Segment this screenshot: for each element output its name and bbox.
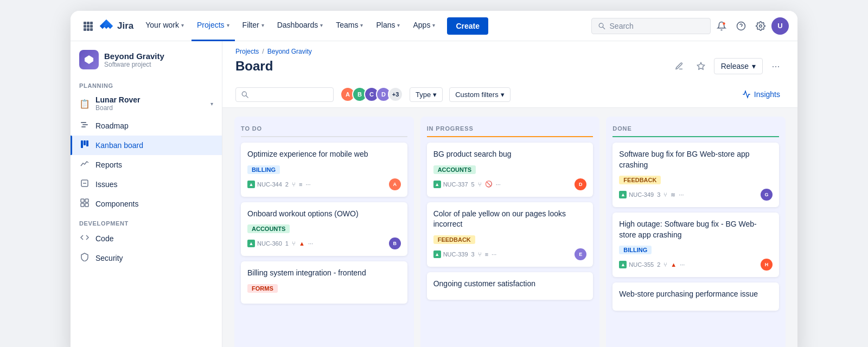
- nav-projects[interactable]: Projects ▾: [192, 11, 235, 41]
- nav-filter[interactable]: Filter ▾: [237, 11, 270, 41]
- svg-rect-18: [81, 126, 86, 127]
- settings-button[interactable]: [752, 17, 769, 35]
- svg-line-30: [246, 95, 248, 98]
- svg-rect-20: [84, 140, 86, 145]
- column-done-header: DONE: [612, 123, 779, 137]
- breadcrumb-project-link[interactable]: Beyond Gravity: [267, 48, 312, 55]
- sidebar-item-reports[interactable]: Reports: [71, 155, 222, 175]
- security-label: Security: [95, 254, 123, 262]
- card-footer: ▲ NUC-344 2 ⑂ ≡ ··· A: [247, 178, 401, 190]
- user-avatar[interactable]: U: [771, 17, 789, 35]
- nav-your-work[interactable]: Your work ▾: [140, 11, 189, 41]
- insights-label: Insights: [754, 90, 780, 99]
- priority-icon: 🚫: [485, 181, 493, 188]
- board-header: Projects / Beyond Gravity Board: [222, 41, 797, 81]
- type-filter-button[interactable]: Type ▾: [410, 87, 443, 102]
- card-nuc349[interactable]: Software bug fix for BG Web-store app cr…: [612, 143, 779, 207]
- assignee-avatars: A B C D +3: [340, 87, 403, 102]
- sidebar: Beyond Gravity Software project PLANNING…: [71, 41, 222, 347]
- release-button[interactable]: Release ▾: [714, 58, 763, 74]
- sidebar-item-issues[interactable]: Issues: [71, 175, 222, 194]
- column-inprogress: IN PROGRESS BG product search bug ACCOUN…: [420, 117, 600, 347]
- lunar-rover-label: Lunar Rover: [95, 95, 140, 104]
- issue-type-icon: ▲: [433, 250, 441, 258]
- search-input[interactable]: [610, 22, 704, 30]
- more-dots: ···: [305, 181, 310, 188]
- project-name: Beyond Gravity: [104, 52, 164, 61]
- svg-rect-21: [86, 140, 88, 146]
- nav-apps[interactable]: Apps ▾: [407, 11, 441, 41]
- chevron-icon: ▾: [181, 22, 184, 28]
- svg-rect-1: [87, 22, 90, 24]
- card-tag-accounts: ACCOUNTS: [247, 224, 290, 233]
- issues-label: Issues: [95, 180, 117, 189]
- assignee-avatar: H: [761, 259, 773, 271]
- grid-menu-button[interactable]: [79, 17, 97, 35]
- more-options-button[interactable]: ···: [767, 57, 784, 75]
- card-nuc351[interactable]: Web-store purchasing performance issue: [612, 282, 779, 311]
- sidebar-item-security[interactable]: Security: [71, 248, 222, 268]
- column-todo-header: TO DO: [241, 123, 407, 137]
- create-button[interactable]: Create: [447, 17, 488, 35]
- nav-dashboards[interactable]: Dashboards ▾: [272, 11, 329, 41]
- card-nuc344[interactable]: Optimize experience for mobile web BILLI…: [241, 143, 407, 197]
- nav-plans[interactable]: Plans ▾: [371, 11, 405, 41]
- card-title: Ongoing customer satisfaction: [433, 279, 587, 290]
- main-layout: Beyond Gravity Software project PLANNING…: [71, 41, 797, 347]
- card-nuc341[interactable]: Ongoing customer satisfaction: [427, 272, 593, 300]
- card-meta: E: [575, 248, 586, 260]
- svg-point-11: [723, 22, 725, 25]
- help-button[interactable]: [732, 17, 750, 35]
- card-nuc339[interactable]: Color of pale yellow on our pages looks …: [427, 202, 593, 267]
- board-title: Board: [235, 59, 273, 74]
- card-meta: B: [389, 237, 401, 249]
- chevron-icon: ▾: [227, 22, 229, 28]
- card-title: Web-store purchasing performance issue: [619, 289, 773, 300]
- pencil-button[interactable]: [671, 57, 688, 75]
- svg-rect-27: [85, 203, 88, 207]
- jira-logo[interactable]: Jira: [99, 18, 133, 34]
- card-nuc355[interactable]: High outage: Software bug fix - BG Web-s…: [612, 213, 779, 277]
- nav-teams[interactable]: Teams ▾: [330, 11, 368, 41]
- release-label: Release: [721, 62, 749, 70]
- avatars-extra-count[interactable]: +3: [388, 87, 403, 102]
- breadcrumb-projects-link[interactable]: Projects: [235, 48, 259, 55]
- issue-id: ▲ NUC-360: [247, 240, 282, 247]
- search-box[interactable]: [591, 18, 711, 34]
- insights-button[interactable]: Insights: [738, 87, 784, 101]
- card-footer: ▲ NUC-355 2 ⑂ ▲ ··· H: [619, 259, 773, 271]
- board-search-input[interactable]: [252, 91, 328, 99]
- sidebar-item-components[interactable]: Components: [71, 194, 222, 214]
- card-count: 5: [471, 181, 475, 188]
- issues-icon: [79, 179, 90, 190]
- card-title: BG product search bug: [433, 149, 587, 160]
- card-nuc358[interactable]: Billing system integration - frontend FO…: [241, 261, 407, 304]
- sidebar-item-code[interactable]: Code: [71, 229, 222, 248]
- card-count: 3: [657, 191, 660, 198]
- card-tag-billing: BILLING: [247, 165, 280, 174]
- top-navigation: Jira Your work ▾ Projects ▾ Filter ▾ Das…: [71, 11, 797, 41]
- sidebar-item-lunar-rover[interactable]: 📋 Lunar Rover Board ▾: [71, 91, 222, 116]
- toolbar-search[interactable]: [235, 87, 334, 102]
- notifications-button[interactable]: [713, 17, 730, 35]
- card-nuc337[interactable]: BG product search bug ACCOUNTS ▲ NUC-337…: [427, 143, 593, 197]
- card-title: Onboard workout options (OWO): [247, 209, 401, 220]
- priority-icon: ≡: [485, 251, 488, 258]
- branch-icon: ⑂: [663, 261, 667, 268]
- chevron-icon: ▾: [320, 22, 323, 28]
- issue-type-icon: ▲: [247, 240, 255, 247]
- custom-filters-button[interactable]: Custom filters ▾: [449, 87, 510, 102]
- insights-icon: [742, 90, 751, 99]
- card-nuc360[interactable]: Onboard workout options (OWO) ACCOUNTS ▲…: [241, 202, 407, 256]
- svg-rect-7: [87, 28, 90, 31]
- card-tag-forms: FORMS: [247, 284, 278, 293]
- project-icon: [79, 50, 99, 69]
- assignee-avatar: D: [575, 178, 586, 190]
- star-button[interactable]: [692, 57, 710, 75]
- sidebar-item-roadmap[interactable]: Roadmap: [71, 116, 222, 136]
- issue-id: ▲ NUC-355: [619, 261, 654, 268]
- sidebar-item-kanban[interactable]: Kanban board: [71, 136, 222, 155]
- more-dots: ···: [680, 261, 685, 268]
- svg-rect-17: [82, 124, 88, 125]
- svg-rect-3: [84, 25, 86, 28]
